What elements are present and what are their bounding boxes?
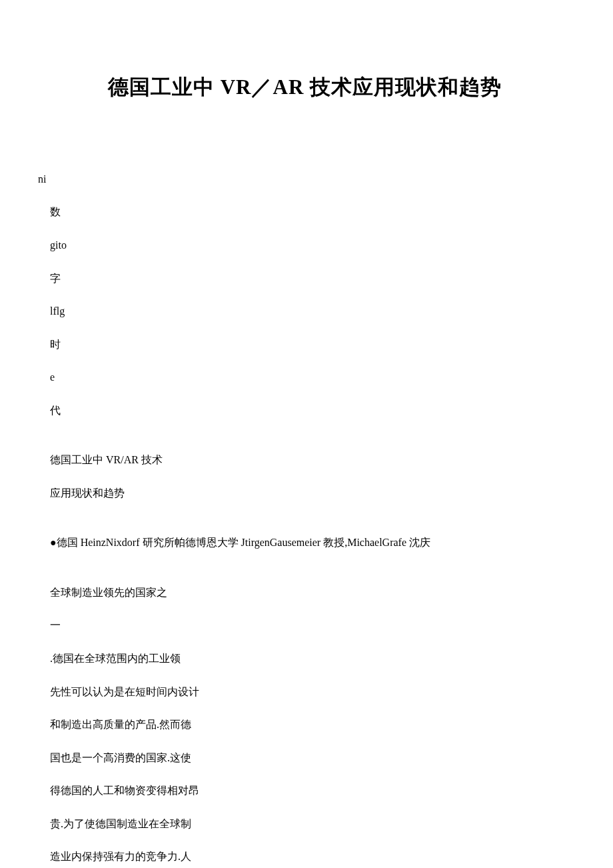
pre-line: e [50,369,560,386]
pre-line: 字 [50,271,560,287]
pre-line: 时 [50,337,560,353]
para-line: 先性可以认为是在短时间内设计 [50,684,560,701]
body-column: 数 gito 字 lflg 时 e 代 德国工业中 VR/AR 技术 应用现状和… [50,188,560,868]
pre-line: lflg [50,303,560,320]
topic-line: 应用现状和趋势 [50,485,560,502]
byline: ●德国 HeinzNixdorf 研究所帕德博恩大学 JtirgenGausem… [50,535,560,551]
para-line: 全球制造业领先的国家之 [50,585,560,601]
pre-line: 数 [50,204,560,221]
para-line: 得德国的人工和物资变得相对昂 [50,783,560,799]
para-line: .德国在全球范围内的工业领 [50,651,560,667]
pre-line: ni [38,173,46,185]
pre-line: gito [50,237,560,254]
para-line: 和制造出高质量的产品.然而德 [50,717,560,733]
para-line: 贵.为了使德国制造业在全球制 [50,816,560,833]
pre-fragment-block: ni [38,155,560,188]
pre-line: 代 [50,403,560,419]
page-title: 德国工业中 VR／AR 技术应用现状和趋势 [50,73,560,101]
para-line: 一 [50,617,560,634]
para-line: 国也是一个高消费的国家.这使 [50,750,560,767]
para-line: 造业内保持强有力的竞争力.人 [50,849,560,865]
topic-line: 德国工业中 VR/AR 技术 [50,452,560,469]
